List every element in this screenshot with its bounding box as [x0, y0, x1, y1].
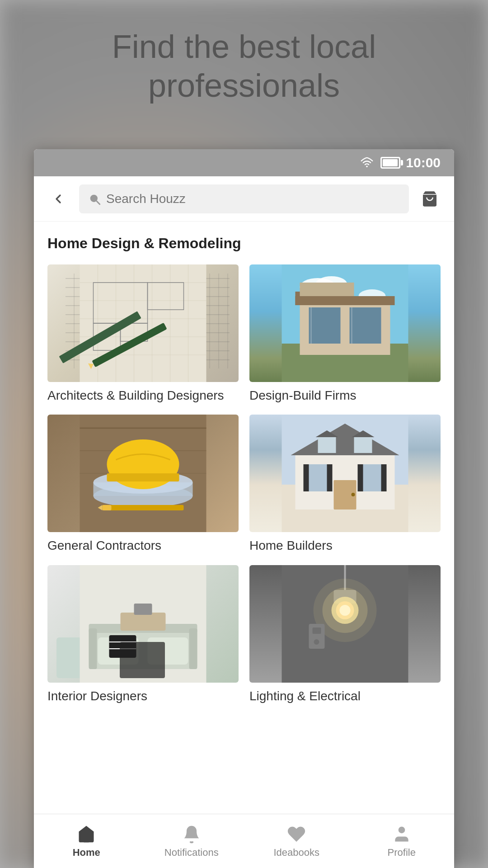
home-icon: [76, 824, 96, 844]
section-title: Home Design & Remodeling: [47, 235, 441, 252]
profile-icon: [392, 824, 412, 844]
back-button[interactable]: [45, 185, 72, 212]
category-grid: Architects & Building Designers: [47, 264, 441, 704]
category-image-interior: [47, 565, 239, 683]
category-item-interior[interactable]: Interior Designers: [47, 565, 239, 704]
category-label-lighting: Lighting & Electrical: [249, 688, 441, 704]
category-label-interior: Interior Designers: [47, 688, 239, 704]
status-bar: 10:00: [34, 149, 454, 176]
category-image-contractors: [47, 415, 239, 532]
category-item-lighting[interactable]: Lighting & Electrical: [249, 565, 441, 704]
category-label-home-builders: Home Builders: [249, 538, 441, 554]
hero-text: Find the best local professionals: [0, 27, 488, 105]
top-bar: [34, 176, 454, 222]
svg-rect-56: [307, 464, 329, 491]
svg-rect-52: [318, 437, 336, 453]
svg-rect-30: [309, 307, 341, 344]
category-image-architects: [47, 264, 239, 382]
cart-button[interactable]: [416, 185, 443, 212]
nav-item-ideabooks[interactable]: Ideabooks: [244, 814, 349, 868]
svg-rect-54: [354, 437, 372, 453]
svg-rect-45: [103, 505, 184, 510]
category-item-contractors[interactable]: General Contractors: [47, 415, 239, 554]
search-bar[interactable]: [79, 184, 409, 213]
svg-rect-71: [109, 635, 136, 658]
svg-rect-75: [134, 604, 152, 615]
battery-icon: [380, 157, 400, 169]
svg-point-87: [398, 826, 405, 833]
svg-rect-57: [361, 464, 384, 491]
category-item-design-build[interactable]: Design-Build Firms: [249, 264, 441, 404]
svg-rect-31: [350, 307, 381, 344]
nav-item-notifications[interactable]: Notifications: [139, 814, 244, 868]
cart-icon: [421, 190, 439, 208]
svg-point-86: [314, 639, 319, 645]
svg-rect-44: [107, 473, 179, 481]
nav-label-notifications: Notifications: [164, 847, 219, 859]
nav-item-profile[interactable]: Profile: [349, 814, 455, 868]
category-label-design-build: Design-Build Firms: [249, 387, 441, 404]
nav-label-home: Home: [73, 847, 100, 859]
category-image-design-build: [249, 264, 441, 382]
search-icon: [88, 193, 101, 205]
notifications-icon: [182, 824, 202, 844]
svg-rect-58: [304, 464, 309, 491]
phone-frame: 10:00 Home Design & Remodeling: [34, 149, 454, 868]
category-item-home-builders[interactable]: Home Builders: [249, 415, 441, 554]
svg-rect-85: [313, 627, 321, 634]
bottom-nav: Home Notifications Ideabooks Profile: [34, 814, 454, 868]
category-image-home-builders: [249, 415, 441, 532]
nav-item-home[interactable]: Home: [34, 814, 139, 868]
nav-label-ideabooks: Ideabooks: [273, 847, 319, 859]
svg-point-0: [366, 165, 368, 167]
svg-rect-70: [148, 637, 188, 665]
wifi-icon: [359, 156, 375, 169]
svg-rect-46: [103, 505, 112, 510]
svg-rect-59: [327, 464, 333, 491]
svg-rect-67: [89, 628, 97, 669]
svg-rect-34: [300, 283, 354, 296]
nav-label-profile: Profile: [388, 847, 416, 859]
svg-line-2: [97, 201, 99, 204]
svg-rect-61: [381, 464, 387, 491]
category-image-lighting: [249, 565, 441, 683]
ideabooks-icon: [286, 824, 306, 844]
main-content: Home Design & Remodeling: [34, 222, 454, 814]
search-input[interactable]: [106, 192, 400, 206]
category-item-architects[interactable]: Architects & Building Designers: [47, 264, 239, 404]
svg-point-63: [352, 493, 355, 496]
svg-rect-68: [189, 628, 197, 669]
svg-rect-60: [358, 464, 363, 491]
category-label-contractors: General Contractors: [47, 538, 239, 554]
status-time: 10:00: [406, 155, 441, 170]
category-label-architects: Architects & Building Designers: [47, 387, 239, 404]
svg-point-42: [107, 439, 179, 489]
svg-rect-74: [121, 613, 166, 631]
